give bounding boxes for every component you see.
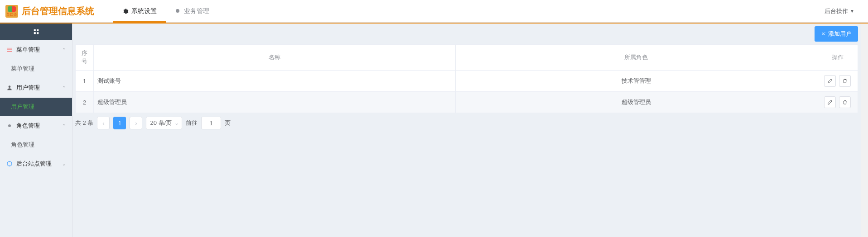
svg-rect-4 bbox=[37, 32, 39, 34]
table-row: 1 测试账号 技术管管理 bbox=[76, 71, 858, 92]
th-name: 名称 bbox=[94, 45, 456, 71]
table-row: 2 超级管理员 超级管理员 bbox=[76, 92, 858, 113]
vertical-scrollbar[interactable] bbox=[861, 24, 868, 237]
delete-button[interactable] bbox=[839, 75, 851, 87]
sidebar-group-menu[interactable]: 菜单管理 ⌃ bbox=[0, 40, 72, 60]
brand-title: 后台管理信息系统 bbox=[22, 5, 94, 17]
bars-icon bbox=[6, 47, 13, 53]
compass-icon bbox=[6, 161, 13, 167]
chevron-up-icon: ⌃ bbox=[62, 123, 66, 128]
add-user-button-label: 添加用户 bbox=[828, 30, 852, 38]
sidebar-item-role-manage-label: 角色管理 bbox=[11, 141, 34, 149]
page-prev-button[interactable]: ‹ bbox=[97, 117, 110, 129]
sidebar-group-site[interactable]: 后台站点管理 ⌄ bbox=[0, 154, 72, 174]
delete-button[interactable] bbox=[839, 96, 851, 108]
svg-rect-1 bbox=[34, 29, 35, 31]
top-menu-business-label: 业务管理 bbox=[184, 7, 209, 15]
sidebar: 菜单管理 ⌃ 菜单管理 用户管理 ⌃ 用户管理 角色管理 ⌃ 角色管理 bbox=[0, 24, 72, 237]
th-action: 操作 bbox=[817, 45, 858, 71]
sidebar-group-user-label: 用户管理 bbox=[16, 84, 40, 92]
cut-icon bbox=[821, 31, 826, 37]
add-user-button[interactable]: 添加用户 bbox=[815, 26, 858, 42]
svg-rect-3 bbox=[34, 32, 35, 34]
cell-action bbox=[817, 71, 858, 92]
top-menu-business[interactable]: 业务管理 bbox=[166, 0, 218, 23]
page-number-button[interactable]: 1 bbox=[113, 117, 126, 129]
page-size-select[interactable]: 20 条/页 bbox=[146, 117, 182, 129]
sidebar-toggle[interactable] bbox=[0, 24, 72, 40]
chevron-left-icon: ‹ bbox=[102, 120, 104, 127]
dot-icon bbox=[6, 123, 13, 129]
edit-icon bbox=[827, 78, 833, 84]
svg-point-8 bbox=[9, 85, 11, 88]
sidebar-item-menu-manage[interactable]: 菜单管理 bbox=[0, 60, 72, 78]
header: 吴口金 后台管理信息系统 系统设置 业务管理 后台操作 ▼ bbox=[0, 0, 868, 23]
logo-small-text: 吴口金 bbox=[6, 12, 17, 17]
sidebar-group-site-label: 后台站点管理 bbox=[16, 160, 52, 168]
cell-name: 超级管理员 bbox=[94, 92, 456, 113]
header-right-dropdown[interactable]: 后台操作 ▼ bbox=[825, 7, 868, 15]
sidebar-item-user-manage-label: 用户管理 bbox=[11, 103, 34, 111]
cell-role: 超级管理员 bbox=[455, 92, 817, 113]
svg-point-9 bbox=[8, 124, 11, 127]
user-icon bbox=[6, 85, 13, 91]
edit-icon bbox=[827, 100, 833, 105]
chevron-right-icon: › bbox=[135, 120, 137, 127]
main-content: 添加用户 序号 名称 所属角色 操作 1 测试账号 技术管管理 bbox=[72, 24, 861, 237]
trash-icon bbox=[842, 100, 848, 105]
user-table: 序号 名称 所属角色 操作 1 测试账号 技术管管理 2 超级管理员 超级管理员 bbox=[75, 44, 858, 113]
toolbar: 添加用户 bbox=[75, 26, 858, 42]
sidebar-group-user[interactable]: 用户管理 ⌃ bbox=[0, 78, 72, 98]
circle-icon bbox=[175, 8, 181, 14]
top-menu: 系统设置 业务管理 bbox=[113, 0, 218, 23]
sidebar-item-role-manage[interactable]: 角色管理 bbox=[0, 136, 72, 154]
cell-index: 2 bbox=[76, 92, 94, 113]
top-menu-system-label: 系统设置 bbox=[131, 7, 157, 15]
grid-icon bbox=[33, 28, 39, 35]
pagination-page-suffix: 页 bbox=[225, 119, 231, 127]
chevron-up-icon: ⌃ bbox=[62, 47, 66, 52]
edit-button[interactable] bbox=[824, 75, 836, 87]
chevron-down-icon: ⌄ bbox=[62, 161, 66, 166]
pagination-total: 共 2 条 bbox=[75, 119, 93, 127]
layout: 菜单管理 ⌃ 菜单管理 用户管理 ⌃ 用户管理 角色管理 ⌃ 角色管理 bbox=[0, 24, 868, 237]
chevron-up-icon: ⌃ bbox=[62, 85, 66, 90]
page-next-button[interactable]: › bbox=[130, 117, 142, 129]
svg-rect-2 bbox=[37, 29, 39, 31]
sidebar-group-role-label: 角色管理 bbox=[16, 122, 40, 130]
header-right-label: 后台操作 bbox=[825, 7, 848, 15]
th-index: 序号 bbox=[76, 45, 94, 71]
cell-index: 1 bbox=[76, 71, 94, 92]
svg-point-0 bbox=[176, 9, 179, 13]
svg-rect-7 bbox=[7, 51, 12, 52]
cell-role: 技术管管理 bbox=[455, 71, 817, 92]
caret-down-icon: ▼ bbox=[850, 9, 854, 14]
logo-icon: 吴口金 bbox=[5, 5, 18, 18]
table-header-row: 序号 名称 所属角色 操作 bbox=[76, 45, 858, 71]
svg-rect-6 bbox=[7, 49, 12, 50]
sidebar-group-role[interactable]: 角色管理 ⌃ bbox=[0, 116, 72, 136]
cell-name: 测试账号 bbox=[94, 71, 456, 92]
pagination: 共 2 条 ‹ 1 › 20 条/页 前往 页 bbox=[75, 113, 858, 133]
gear-icon bbox=[122, 8, 129, 14]
page-goto-input[interactable] bbox=[201, 117, 221, 129]
th-role: 所属角色 bbox=[455, 45, 817, 71]
cell-action bbox=[817, 92, 858, 113]
top-menu-system[interactable]: 系统设置 bbox=[113, 0, 166, 23]
sidebar-item-menu-manage-label: 菜单管理 bbox=[11, 65, 34, 73]
page-size-label: 20 条/页 bbox=[150, 119, 172, 127]
sidebar-group-menu-label: 菜单管理 bbox=[16, 46, 40, 54]
svg-rect-5 bbox=[7, 48, 12, 48]
sidebar-item-user-manage[interactable]: 用户管理 bbox=[0, 98, 72, 116]
trash-icon bbox=[842, 78, 848, 84]
edit-button[interactable] bbox=[824, 96, 836, 108]
logo-section: 吴口金 后台管理信息系统 bbox=[0, 5, 100, 18]
pagination-goto-label: 前往 bbox=[186, 119, 198, 127]
